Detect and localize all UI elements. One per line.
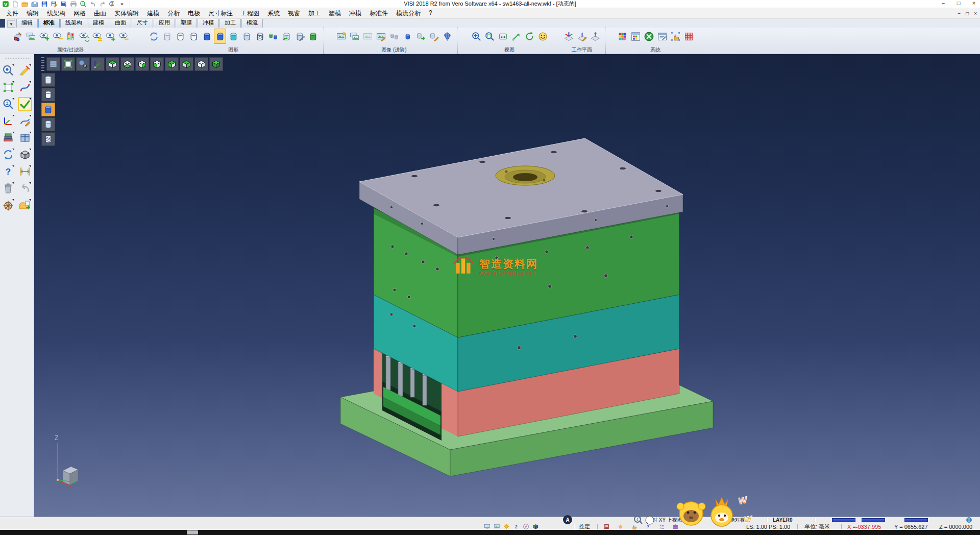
menu-item-7[interactable]: 分析	[163, 8, 184, 19]
shade-mesh-button[interactable]	[254, 29, 266, 44]
preview-button[interactable]	[79, 1, 87, 8]
show-all-button[interactable]	[104, 29, 116, 44]
image-ghost-button[interactable]	[361, 29, 374, 44]
save-as-button[interactable]	[50, 1, 58, 8]
menu-item-6[interactable]: 建模	[143, 8, 163, 19]
print-button[interactable]	[69, 1, 78, 8]
shade-settings-button[interactable]	[293, 29, 306, 44]
vp-shade-flat-button[interactable]	[41, 117, 55, 131]
import-button[interactable]	[31, 1, 39, 8]
shade-flat-button[interactable]	[240, 29, 253, 44]
save-all-button[interactable]	[60, 1, 68, 8]
view-bottom-button[interactable]	[120, 57, 134, 71]
status-help-button[interactable]: ?	[645, 523, 651, 530]
status-view-mode[interactable]: 绝对 XY 上视图	[647, 517, 682, 523]
menu-item-1[interactable]: 编辑	[22, 8, 43, 19]
rotate-view-button[interactable]	[523, 29, 535, 44]
render-smiley-button[interactable]	[536, 29, 549, 44]
system-globe-button[interactable]	[643, 29, 655, 44]
delete-button[interactable]	[1, 181, 15, 196]
zoom-select-button[interactable]	[76, 57, 90, 71]
workplane-edit-button[interactable]	[576, 29, 588, 44]
undo-button[interactable]	[89, 1, 97, 8]
system-snap-button[interactable]	[669, 29, 681, 44]
toolbar-grip[interactable]	[4, 56, 30, 60]
vp-shade-solid-button[interactable]	[41, 103, 55, 116]
shade-hidden-line-button[interactable]	[187, 29, 200, 44]
image-quality-button[interactable]	[335, 29, 347, 44]
vp-shade-mesh-button[interactable]	[41, 132, 55, 146]
tab-模流[interactable]: 模流	[241, 18, 263, 28]
view-menu-button[interactable]	[46, 57, 60, 71]
status-2-button[interactable]: 2	[513, 523, 520, 530]
system-colors-button[interactable]	[616, 29, 628, 44]
refresh-visibility-button[interactable]	[78, 29, 90, 44]
refresh-button[interactable]	[1, 148, 15, 162]
view-wire-button[interactable]	[194, 57, 208, 71]
mdi-minimize-button[interactable]: −	[958, 11, 961, 16]
shade-green-button[interactable]	[307, 29, 319, 44]
menu-item-2[interactable]: 线架构	[43, 8, 69, 19]
solid-mini-button[interactable]	[401, 29, 413, 44]
view-right-button[interactable]	[135, 57, 149, 71]
tab-dropdown-button[interactable]: ▼	[7, 20, 15, 28]
status-scale[interactable]: LS: 1.00 PS: 1.00	[746, 523, 790, 530]
status-book-button[interactable]	[603, 523, 610, 530]
hide-remove-button[interactable]	[51, 29, 63, 44]
system-grid-button[interactable]	[682, 29, 695, 44]
undo-gray-button[interactable]	[18, 181, 32, 196]
menu-item-0[interactable]: 文件	[2, 8, 22, 19]
image-pair-button[interactable]	[348, 29, 360, 44]
export-button[interactable]	[18, 198, 32, 212]
image-edit-button[interactable]	[375, 29, 387, 44]
mdi-close-button[interactable]: ×	[974, 11, 977, 16]
shade-wireframe-button[interactable]	[174, 29, 186, 44]
tab-编辑[interactable]: 编辑	[16, 18, 38, 28]
menu-item-9[interactable]: 尺寸标注	[204, 8, 237, 19]
status-flower-button[interactable]	[617, 523, 624, 530]
regen-graphics-button[interactable]	[148, 29, 160, 44]
status-box-button[interactable]	[672, 523, 679, 530]
shade-solid-edges-button[interactable]	[214, 29, 226, 44]
fit-frame-button[interactable]	[1, 80, 15, 94]
workplane-axes-button[interactable]	[562, 29, 575, 44]
viewport[interactable]: Z 智造资料网	[34, 54, 980, 517]
hide-all-button[interactable]	[117, 29, 130, 44]
tab-应用[interactable]: 应用	[154, 18, 175, 28]
tab-尺寸[interactable]: 尺寸	[132, 18, 153, 28]
quickbar-options-button[interactable]	[118, 1, 126, 8]
system-dialog-button[interactable]	[629, 29, 642, 44]
menu-item-16[interactable]: 标准件	[365, 8, 392, 19]
menu-item-11[interactable]: 系统	[263, 8, 284, 19]
status-units[interactable]: 单位: 毫米	[804, 523, 830, 530]
shade-solid-button[interactable]	[201, 29, 213, 44]
maximize-button[interactable]: □	[954, 0, 963, 6]
tab-加工[interactable]: 加工	[219, 18, 241, 28]
status-people-button[interactable]	[658, 523, 665, 530]
vp-shade-ghost-button[interactable]	[41, 73, 55, 87]
workplane-move-button[interactable]	[589, 29, 601, 44]
view-iso-solid-button[interactable]	[209, 57, 223, 71]
zoom-1-1-button[interactable]: 1:1	[497, 29, 509, 44]
tab-冲模[interactable]: 冲模	[198, 18, 219, 28]
menu-item-15[interactable]: 冲模	[345, 8, 365, 19]
view-left-button[interactable]	[150, 57, 164, 71]
tab-曲面[interactable]: 曲面	[110, 18, 131, 28]
workplane-button[interactable]	[1, 114, 15, 128]
attributes-paint-button[interactable]	[11, 29, 23, 44]
view-search-button[interactable]	[1, 63, 15, 78]
axes-button[interactable]	[91, 57, 105, 71]
menu-item-14[interactable]: 塑模	[325, 8, 345, 19]
menu-item-8[interactable]: 电极	[184, 8, 204, 19]
show-add-button[interactable]	[38, 29, 50, 44]
zoom-plusminus-button[interactable]: ±	[1, 97, 15, 111]
solid-export-button[interactable]	[414, 29, 427, 44]
system-window-button[interactable]	[656, 29, 668, 44]
minimize-button[interactable]: −	[939, 0, 947, 6]
tab-线架构[interactable]: 线架构	[60, 18, 87, 28]
status-color-cube-button[interactable]	[532, 523, 539, 530]
save-button[interactable]	[40, 1, 48, 8]
tab-建模[interactable]: 建模	[88, 18, 109, 28]
status-globe-icon[interactable]	[966, 517, 972, 523]
status-sun-button[interactable]	[503, 523, 510, 530]
